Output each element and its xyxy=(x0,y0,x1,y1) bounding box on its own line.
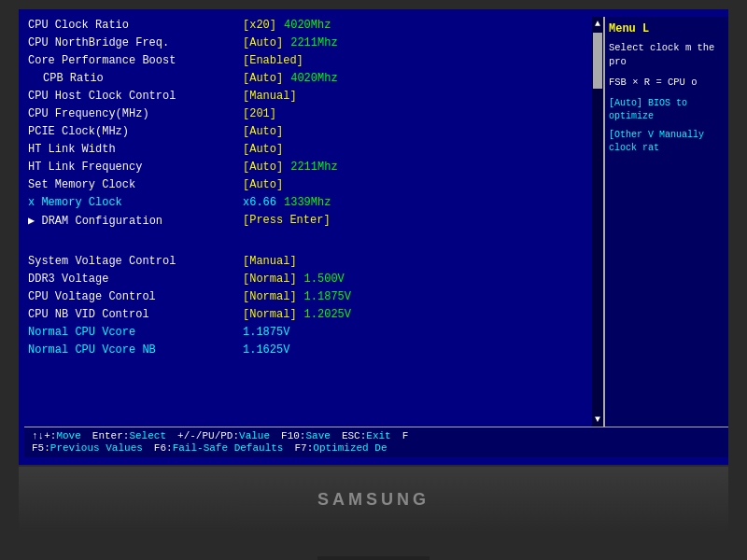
bios-content: CPU Clock Ratio[x20]4020MhzCPU NorthBrid… xyxy=(24,17,728,427)
setting-value: [Manual] xyxy=(243,90,297,103)
monitor-frame: CPU Clock Ratio[x20]4020MhzCPU NorthBrid… xyxy=(0,0,747,560)
setting-row[interactable]: CPB Ratio[Auto]4020Mhz xyxy=(24,70,592,87)
footer-move: ↑↓+:Move xyxy=(32,430,81,441)
setting-value: 1.1875V xyxy=(243,326,289,339)
brand-logo: SAMSUNG xyxy=(317,490,430,510)
setting-value: [Normal] xyxy=(243,273,297,286)
setting-value: [201] xyxy=(243,107,276,120)
setting-value: [Normal] xyxy=(243,308,297,321)
setting-name: x Memory Clock xyxy=(28,196,243,209)
setting-row[interactable]: Core Performance Boost[Enabled] xyxy=(24,52,592,69)
setting-row[interactable] xyxy=(24,235,592,252)
footer-esc: ESC:Exit xyxy=(342,430,391,441)
setting-name: System Voltage Control xyxy=(28,255,243,268)
footer-enter: Enter:Select xyxy=(92,430,166,441)
bios-screen: CPU Clock Ratio[x20]4020MhzCPU NorthBrid… xyxy=(19,9,728,465)
scrollbar-thumb[interactable] xyxy=(593,33,602,89)
setting-name: ▶ DRAM Configuration xyxy=(28,214,243,228)
setting-value: [Auto] xyxy=(243,125,283,138)
sidebar-title: Menu L xyxy=(609,22,728,35)
footer-value: +/-/PU/PD:Value xyxy=(177,430,270,441)
footer-row1: ↑↓+:Move Enter:Select +/-/PU/PD:Value F1… xyxy=(32,430,726,441)
setting-actual: 4020Mhz xyxy=(284,19,331,32)
setting-row[interactable]: DDR3 Voltage[Normal]1.500V xyxy=(24,271,592,287)
footer-f7: F7:Optimized De xyxy=(294,442,387,454)
setting-row[interactable]: CPU Host Clock Control[Manual] xyxy=(24,88,592,105)
setting-name: HT Link Frequency xyxy=(28,161,243,174)
setting-row[interactable]: CPU NorthBridge Freq.[Auto]2211Mhz xyxy=(24,35,592,51)
setting-actual: 2211Mhz xyxy=(290,36,337,49)
setting-name: PCIE Clock(MHz) xyxy=(28,125,243,138)
setting-name: Core Performance Boost xyxy=(28,54,243,67)
setting-name: CPU Clock Ratio xyxy=(28,19,243,32)
scroll-up-icon[interactable]: ▲ xyxy=(595,19,600,29)
setting-row[interactable]: PCIE Clock(MHz)[Auto] xyxy=(24,123,592,140)
footer-f6: F6:Fail-Safe Defaults xyxy=(154,442,284,454)
setting-name: Normal CPU Vcore NB xyxy=(28,343,243,357)
setting-value: [x20] xyxy=(243,19,276,32)
sidebar-note1: [Auto] BIOS to optimize xyxy=(609,97,728,123)
setting-row[interactable]: Normal CPU Vcore NB1.1625V xyxy=(24,342,592,358)
setting-value: 1.1625V xyxy=(243,343,289,357)
setting-row[interactable]: x Memory Clockx6.661339Mhz xyxy=(24,194,592,211)
setting-row[interactable]: System Voltage Control[Manual] xyxy=(24,253,592,270)
settings-panel: CPU Clock Ratio[x20]4020MhzCPU NorthBrid… xyxy=(24,17,592,427)
setting-row[interactable]: Set Memory Clock[Auto] xyxy=(24,176,592,193)
setting-value: [Enabled] xyxy=(243,54,303,67)
sidebar-formula: FSB × R = CPU o xyxy=(609,76,728,90)
monitor-stand xyxy=(317,532,430,560)
setting-name: HT Link Width xyxy=(28,143,243,156)
setting-row[interactable]: CPU Clock Ratio[x20]4020Mhz xyxy=(24,17,592,34)
footer-f5: F5:Previous Values xyxy=(32,442,143,454)
setting-value: [Normal] xyxy=(243,290,297,303)
sidebar-panel: Menu L Select clock m the pro FSB × R = … xyxy=(603,17,728,427)
setting-actual: 1.1875V xyxy=(304,290,351,303)
setting-row[interactable]: HT Link Frequency[Auto]2211Mhz xyxy=(24,159,592,175)
footer-f: F xyxy=(402,430,409,441)
setting-value: [Auto] xyxy=(243,161,283,174)
setting-name: CPU Host Clock Control xyxy=(28,90,243,103)
setting-name: CPU Voltage Control xyxy=(28,290,243,303)
setting-value: x6.66 xyxy=(243,196,276,209)
setting-name: CPU NB VID Control xyxy=(28,308,243,321)
scroll-down-icon[interactable]: ▼ xyxy=(595,414,600,425)
setting-actual: 1.500V xyxy=(304,273,345,286)
setting-name: Set Memory Clock xyxy=(28,178,243,191)
setting-value: [Manual] xyxy=(243,255,297,268)
footer-row2: F5:Previous Values F6:Fail-Safe Defaults… xyxy=(32,442,726,454)
bios-main-panel: CPU Clock Ratio[x20]4020MhzCPU NorthBrid… xyxy=(19,9,728,465)
setting-value: [Press Enter] xyxy=(243,214,331,227)
setting-actual: 4020Mhz xyxy=(290,72,337,85)
setting-value: [Auto] xyxy=(243,36,283,49)
sidebar-note2: [Other V Manually clock rat xyxy=(609,129,728,155)
setting-name: CPU NorthBridge Freq. xyxy=(28,36,243,49)
sidebar-text1: Select clock m the pro xyxy=(609,41,728,68)
setting-name: CPU Frequency(MHz) xyxy=(28,107,243,120)
setting-row[interactable]: HT Link Width[Auto] xyxy=(24,141,592,158)
setting-actual: 1.2025V xyxy=(304,308,351,321)
setting-row[interactable]: CPU Frequency(MHz)[201] xyxy=(24,105,592,122)
setting-row[interactable]: Normal CPU Vcore1.1875V xyxy=(24,324,592,341)
monitor-bezel: SAMSUNG xyxy=(19,467,728,532)
setting-name: CPB Ratio xyxy=(28,72,243,85)
footer-bar: ↑↓+:Move Enter:Select +/-/PU/PD:Value F1… xyxy=(24,427,728,457)
setting-actual: 2211Mhz xyxy=(290,161,337,174)
setting-name: DDR3 Voltage xyxy=(28,273,243,286)
setting-row[interactable]: CPU NB VID Control[Normal]1.2025V xyxy=(24,306,592,323)
scrollbar[interactable]: ▲ ▼ xyxy=(592,17,603,427)
setting-name: Normal CPU Vcore xyxy=(28,326,243,339)
setting-row[interactable]: ▶ DRAM Configuration[Press Enter] xyxy=(24,212,592,229)
footer-f10: F10:Save xyxy=(281,430,331,441)
setting-value: [Auto] xyxy=(243,178,283,191)
setting-actual: 1339Mhz xyxy=(284,196,331,209)
setting-row[interactable]: CPU Voltage Control[Normal]1.1875V xyxy=(24,288,592,305)
setting-value: [Auto] xyxy=(243,143,283,156)
setting-value: [Auto] xyxy=(243,72,283,85)
